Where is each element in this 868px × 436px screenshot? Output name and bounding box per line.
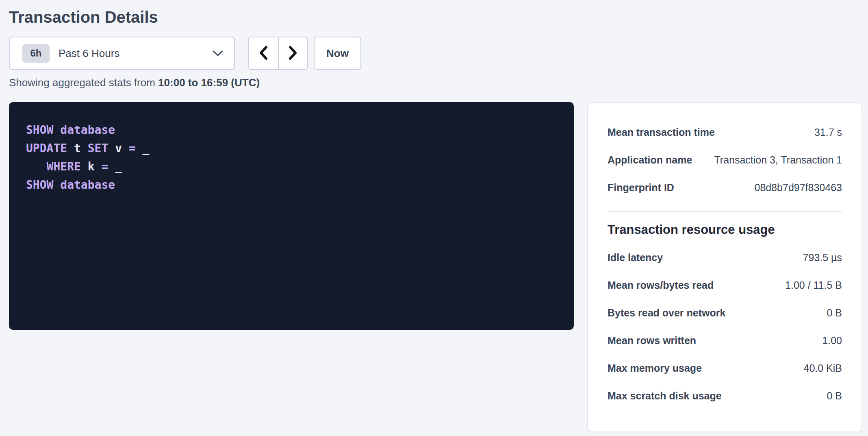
summary-value: 0 B: [827, 390, 842, 402]
sql-keyword-token: database: [60, 123, 115, 137]
summary-label: Bytes read over network: [608, 307, 725, 319]
summary-label: Fingerprint ID: [608, 182, 674, 194]
sql-identifier-token: k: [81, 160, 102, 173]
summary-value: Transaction 3, Transaction 1: [714, 154, 842, 166]
summary-row: Idle latency793.5 µs: [588, 244, 861, 271]
summary-value: 0 B: [827, 307, 842, 319]
sql-keyword-token: SET: [88, 142, 108, 155]
sql-identifier-token: t: [67, 142, 88, 155]
sql-keyword-token: SHOW: [26, 123, 53, 137]
time-controls-row: 6h Past 6 Hours: [9, 37, 862, 70]
sql-identifier-token: [53, 178, 60, 192]
summary-value: 1.00 / 11.5 B: [785, 279, 842, 291]
summary-label: Max memory usage: [608, 362, 702, 374]
sql-identifier-token: _: [108, 160, 122, 173]
time-range-dropdown[interactable]: 6h Past 6 Hours: [9, 37, 235, 70]
card-divider: [608, 211, 842, 212]
summary-label: Mean rows written: [608, 335, 696, 347]
transaction-details-page: Transaction Details 6h Past 6 Hours: [0, 0, 868, 432]
aggregated-stats-caption: Showing aggregated stats from 10:00 to 1…: [9, 76, 862, 89]
sql-keyword-token: database: [60, 178, 115, 192]
transaction-summary-card: Mean transaction time31.7 sApplication n…: [587, 102, 862, 432]
summary-label: Max scratch disk usage: [608, 390, 722, 402]
sql-keyword-token: UPDATE: [26, 142, 67, 155]
summary-row: Application nameTransaction 3, Transacti…: [588, 146, 861, 174]
sql-keyword-token: WHERE: [47, 160, 81, 173]
summary-value: 793.5 µs: [803, 252, 842, 264]
previous-time-button[interactable]: [249, 37, 278, 69]
page-title: Transaction Details: [9, 7, 862, 27]
next-time-button[interactable]: [278, 37, 307, 69]
time-range-badge: 6h: [22, 44, 50, 63]
summary-value: 08d8b7d97f830463: [754, 182, 842, 194]
chevron-down-icon: [212, 50, 224, 57]
summary-row: Max scratch disk usage0 B: [588, 382, 861, 410]
summary-row: Mean transaction time31.7 s: [588, 118, 861, 146]
summary-label: Mean transaction time: [608, 126, 715, 138]
chevron-left-icon: [258, 46, 268, 61]
summary-row: Fingerprint ID08d8b7d97f830463: [588, 174, 861, 201]
resource-usage-rows: Idle latency793.5 µsMean rows/bytes read…: [588, 244, 861, 410]
summary-row: Mean rows/bytes read1.00 / 11.5 B: [588, 271, 861, 299]
sql-statement-box: SHOW database UPDATE t SET v = _ WHERE k…: [9, 102, 574, 330]
sql-identifier-token: [53, 123, 60, 137]
summary-value: 40.0 KiB: [803, 362, 842, 374]
stats-caption-range: 10:00 to 16:59 (UTC): [158, 76, 260, 89]
summary-value: 1.00: [822, 335, 842, 347]
summary-label: Mean rows/bytes read: [608, 279, 714, 291]
sql-identifier-token: [26, 160, 47, 173]
sql-identifier-token: v: [108, 142, 129, 155]
summary-row: Max memory usage40.0 KiB: [588, 354, 861, 382]
stats-caption-prefix: Showing aggregated stats from: [9, 76, 158, 89]
sql-keyword-token: SHOW: [26, 178, 53, 192]
time-range-label: Past 6 Hours: [59, 47, 119, 60]
summary-row: Mean rows written1.00: [588, 327, 861, 354]
details-main-row: SHOW database UPDATE t SET v = _ WHERE k…: [9, 102, 862, 432]
sql-statement-text: SHOW database UPDATE t SET v = _ WHERE k…: [26, 121, 562, 194]
summary-label: Application name: [608, 154, 692, 166]
sql-keyword-token: =: [129, 142, 136, 155]
sql-identifier-token: _: [136, 142, 150, 155]
sql-keyword-token: =: [101, 160, 108, 173]
chevron-right-icon: [288, 46, 298, 61]
summary-label: Idle latency: [608, 252, 663, 264]
summary-row: Bytes read over network0 B: [588, 299, 861, 327]
now-button[interactable]: Now: [314, 37, 361, 70]
time-shift-button-group: [248, 37, 308, 70]
resource-usage-heading: Transaction resource usage: [608, 222, 842, 238]
summary-top-rows: Mean transaction time31.7 sApplication n…: [588, 118, 861, 201]
summary-value: 31.7 s: [814, 126, 842, 138]
